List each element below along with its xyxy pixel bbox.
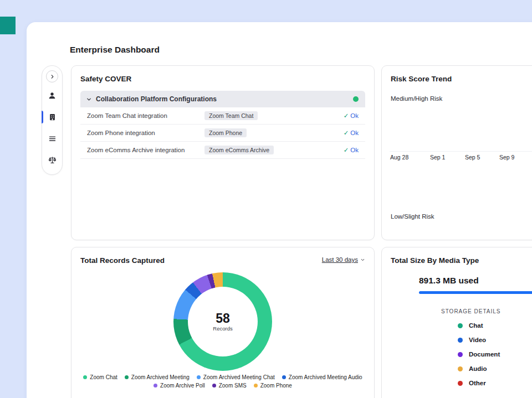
config-tag: Zoom Phone <box>204 128 247 138</box>
storage-title: Total Size By Media Type <box>391 256 532 265</box>
records-legend-row: Zoom Chat Zoom Archived Meeting Zoom Arc… <box>80 374 365 380</box>
total-records-card: Total Records Captured Last 30 days 58 R… <box>71 247 375 398</box>
config-row: Zoom Phone integration Zoom Phone ✓Ok <box>80 125 365 142</box>
risk-x-tick: Sep 5 <box>465 154 480 161</box>
storage-card: Total Size By Media Type 891.3 MB used S… <box>381 247 532 398</box>
legend-dot <box>282 375 286 379</box>
storage-legend-item: Chat <box>458 322 532 329</box>
legend-dot <box>125 375 129 379</box>
group-status-dot <box>353 96 359 102</box>
sidebar-expand-button[interactable] <box>46 70 58 82</box>
config-status: ✓Ok <box>344 146 359 154</box>
legend-dot <box>212 384 216 387</box>
risk-x-tick: Sep 1 <box>430 154 445 161</box>
legend-item: Zoom Phone <box>254 383 292 389</box>
legend-dot <box>458 366 463 371</box>
storage-legend-item: Audio <box>458 365 532 372</box>
records-title: Total Records Captured <box>80 256 165 265</box>
risk-trend-title: Risk Score Trend <box>391 75 532 83</box>
sidebar-item-organization[interactable] <box>42 106 63 128</box>
risk-axis-top-label: Medium/High Risk <box>391 95 532 102</box>
records-total-value: 58 <box>216 312 230 325</box>
safety-cover-card: Safety COVER Collaboration Platform Conf… <box>71 65 375 240</box>
risk-x-tick: Sep 9 <box>499 154 514 161</box>
check-icon: ✓ <box>344 112 349 119</box>
legend-item: Zoom Archived Meeting Chat <box>197 374 275 380</box>
chevron-down-icon <box>86 96 92 102</box>
legend-dot <box>458 323 463 328</box>
storage-details-heading: STORAGE DETAILS <box>441 308 532 314</box>
legend-item: Zoom Chat <box>83 374 117 380</box>
legend-dot <box>458 352 463 357</box>
page-title: Enterprise Dashboard <box>70 45 160 55</box>
legend-dot <box>197 375 201 379</box>
chevron-down-icon <box>360 257 365 262</box>
storage-used-label: 891.3 MB used <box>419 276 532 286</box>
storage-legend-item: Other <box>458 380 532 386</box>
sidebar-item-activity[interactable] <box>42 128 63 149</box>
legend-item: Zoom Archived Meeting Audio <box>282 374 362 380</box>
storage-usage-bar <box>419 291 532 294</box>
safety-cover-title: Safety COVER <box>80 75 365 83</box>
legend-dot <box>254 384 258 387</box>
person-icon <box>48 91 57 100</box>
legend-dot <box>83 375 87 379</box>
config-status: ✓Ok <box>344 112 359 120</box>
config-name: Zoom Phone integration <box>87 130 204 136</box>
storage-legend: Chat Video Document Audio Other <box>458 322 532 386</box>
legend-item: Zoom Archived Meeting <box>125 374 190 380</box>
corner-accent <box>0 17 16 34</box>
storage-legend-item: Document <box>458 351 532 358</box>
risk-axis-line <box>390 151 532 152</box>
sidebar-item-users[interactable] <box>42 85 63 106</box>
config-tag: Zoom Team Chat <box>204 111 258 121</box>
config-tag: Zoom eComms Archive <box>204 146 274 155</box>
legend-item: Zoom SMS <box>212 383 247 389</box>
list-icon <box>48 135 57 143</box>
sidebar-item-compliance[interactable] <box>42 149 63 171</box>
check-icon: ✓ <box>344 147 349 153</box>
config-name: Zoom Team Chat integration <box>87 112 204 119</box>
chevron-right-icon <box>49 74 55 80</box>
main-panel: Enterprise Dashboard <box>27 22 532 398</box>
building-icon <box>48 113 57 121</box>
config-row: Zoom eComms Archive integration Zoom eCo… <box>80 142 365 159</box>
scales-icon <box>48 156 57 165</box>
records-legend-row: Zoom Archive Poll Zoom SMS Zoom Phone <box>80 383 365 389</box>
config-row: Zoom Team Chat integration Zoom Team Cha… <box>80 107 365 125</box>
date-range-selector[interactable]: Last 30 days <box>322 256 365 263</box>
risk-score-trend-card: Risk Score Trend Medium/High Risk Aug 28… <box>381 65 532 240</box>
config-name: Zoom eComms Archive integration <box>87 147 204 153</box>
group-header-label: Collaboration Platform Configurations <box>96 95 217 103</box>
storage-legend-item: Video <box>458 337 532 343</box>
config-status: ✓Ok <box>344 129 359 137</box>
legend-dot <box>458 338 463 343</box>
records-donut: 58 Records <box>173 272 272 371</box>
legend-item: Zoom Archive Poll <box>154 383 205 389</box>
risk-axis-bottom-label: Low/Slight Risk <box>391 213 434 220</box>
risk-x-tick: Aug 28 <box>390 154 408 161</box>
collab-config-group-header[interactable]: Collaboration Platform Configurations <box>80 91 365 107</box>
records-donut-center: 58 Records <box>188 287 258 356</box>
check-icon: ✓ <box>344 130 349 136</box>
records-total-unit: Records <box>213 325 232 332</box>
mini-sidebar <box>42 65 63 175</box>
legend-dot <box>458 381 463 386</box>
legend-dot <box>154 384 157 387</box>
